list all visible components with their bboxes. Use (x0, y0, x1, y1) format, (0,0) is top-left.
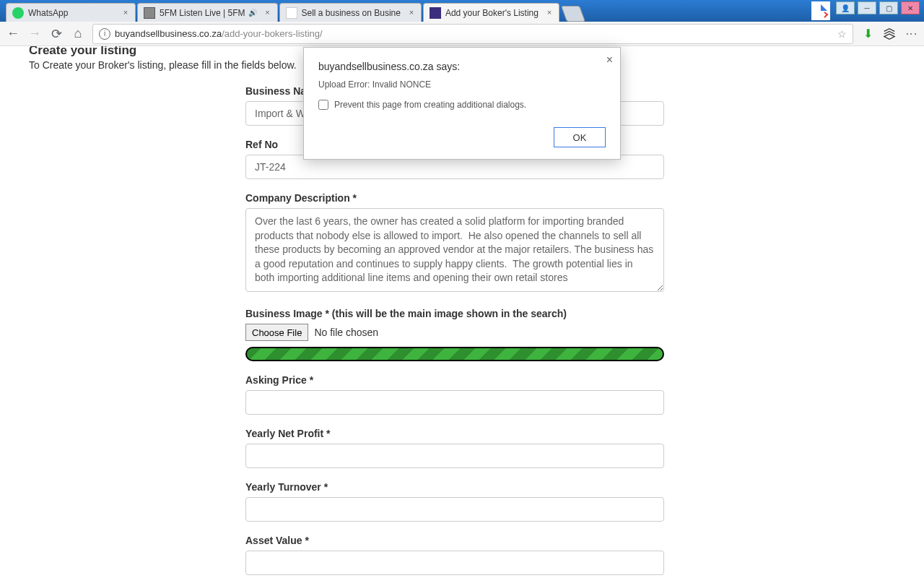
page-icon (430, 7, 441, 19)
dialog-message: Upload Error: Invalid NONCE (318, 79, 606, 90)
label-asset-value: Asset Value * (245, 535, 664, 546)
label-asking-price: Asking Price * (245, 374, 664, 386)
prevent-dialogs-label: Prevent this page from creating addition… (334, 100, 526, 110)
alert-dialog: × buyandsellbusiness.co.za says: Upload … (303, 47, 621, 160)
yearly-turnover-input[interactable] (245, 497, 664, 522)
asset-value-input[interactable] (245, 551, 664, 575)
maximize-button[interactable]: ▢ (879, 1, 898, 14)
label-company-description: Company Description * (245, 192, 664, 204)
prevent-dialogs-input[interactable] (318, 100, 328, 110)
speaker-icon[interactable]: 🔊 (248, 9, 257, 17)
close-icon[interactable]: × (263, 7, 273, 17)
browser-titlebar: WhatsApp × 5FM Listen Live | 5FM 🔊 × Sel… (0, 0, 924, 22)
window-controls: 👤 ─ ▢ ✕ (811, 1, 920, 20)
prevent-dialogs-checkbox[interactable]: Prevent this page from creating addition… (318, 100, 606, 110)
page-icon (286, 7, 297, 19)
tab-add-listing[interactable]: Add your Boker's Listing × (423, 3, 559, 22)
reload-button[interactable]: ⟳ (49, 27, 64, 41)
site-info-icon[interactable]: i (99, 28, 110, 40)
close-window-button[interactable]: ✕ (901, 1, 920, 14)
whatsapp-icon (12, 7, 24, 19)
page-icon (144, 7, 155, 19)
close-icon[interactable]: × (544, 7, 554, 17)
asking-price-input[interactable] (245, 390, 664, 415)
url-domain: buyandsellbusiness.co.za (115, 28, 222, 39)
yearly-net-profit-input[interactable] (245, 444, 664, 468)
label-business-image: Business Image * (this will be the main … (245, 308, 664, 319)
home-button[interactable]: ⌂ (71, 27, 85, 41)
browser-toolbar: ← → ⟳ ⌂ i buyandsellbusiness.co.za/add-y… (0, 22, 924, 46)
tab-5fm[interactable]: 5FM Listen Live | 5FM 🔊 × (137, 3, 278, 22)
dialog-title: buyandsellbusiness.co.za says: (318, 61, 606, 72)
upload-progress-bar (245, 347, 664, 361)
label-yearly-net-profit: Yearly Net Profit * (245, 428, 664, 439)
dialog-ok-button[interactable]: OK (554, 127, 606, 147)
extension-stack-icon[interactable] (882, 27, 897, 41)
forward-button[interactable]: → (27, 27, 42, 41)
address-bar[interactable]: i buyandsellbusiness.co.za/add-your-boke… (92, 24, 853, 44)
label-yearly-turnover: Yearly Turnover * (245, 481, 664, 493)
dialog-close-button[interactable]: × (606, 53, 613, 66)
tab-label: WhatsApp (28, 8, 115, 18)
extension-icon[interactable] (811, 1, 830, 20)
tab-sell-business[interactable]: Sell a business on Busine × (279, 3, 422, 22)
file-chosen-status: No file chosen (314, 327, 378, 338)
tab-whatsapp[interactable]: WhatsApp × (6, 3, 136, 22)
user-icon[interactable]: 👤 (836, 1, 855, 14)
tab-label: 5FM Listen Live | 5FM (160, 8, 245, 18)
minimize-button[interactable]: ─ (858, 1, 876, 14)
menu-button[interactable]: ⋮ (904, 27, 918, 41)
url-path: /add-your-bokers-listing/ (222, 28, 322, 39)
new-tab-button[interactable] (561, 6, 585, 22)
close-icon[interactable]: × (121, 7, 131, 17)
back-button[interactable]: ← (6, 27, 20, 41)
company-description-textarea[interactable] (245, 208, 664, 292)
download-icon[interactable]: ⬇ (860, 27, 875, 41)
close-icon[interactable]: × (406, 7, 417, 17)
bookmark-star-icon[interactable]: ☆ (837, 28, 847, 40)
tab-label: Add your Boker's Listing (445, 8, 539, 18)
tab-label: Sell a business on Busine (302, 8, 401, 18)
choose-file-button[interactable]: Choose File (245, 324, 308, 341)
